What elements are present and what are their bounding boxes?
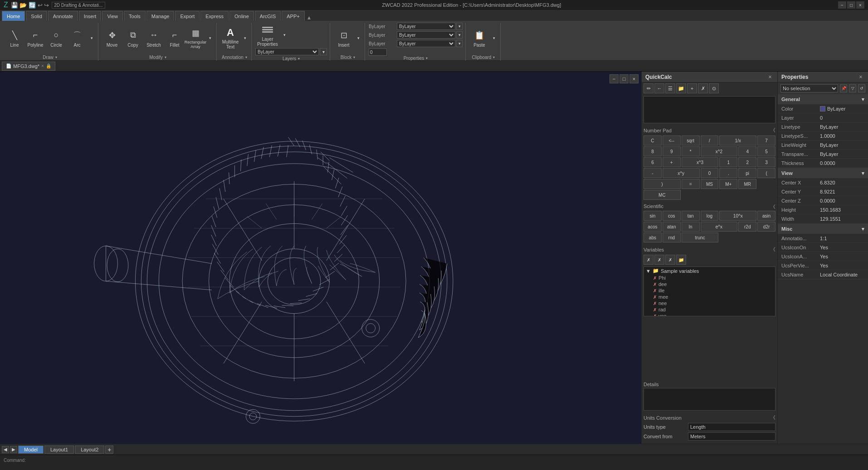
paste-button[interactable]: 📋 Paste (469, 26, 489, 50)
np-dot[interactable]: . (719, 168, 737, 178)
canvas-close-button[interactable]: × (629, 74, 639, 83)
command-input[interactable] (4, 463, 864, 468)
var-new-button[interactable]: ✗ (644, 255, 653, 265)
tab-next-button[interactable]: ▶ (10, 446, 17, 453)
tab-prev-button[interactable]: ◀ (2, 446, 9, 453)
var-item-dee[interactable]: ✗ dee (644, 281, 775, 287)
sci-trunc[interactable]: trunc (682, 233, 719, 242)
scientific-collapse-icon[interactable]: 《 (770, 204, 775, 210)
sci-atan[interactable]: atan (663, 222, 681, 232)
sci-10px[interactable]: 10^x (719, 211, 756, 221)
np-multiply[interactable]: * (682, 146, 700, 156)
drawing-area[interactable]: .gear-line { stroke: #ccddee; stroke-wid… (0, 72, 641, 444)
move-button[interactable]: ✥ Move (102, 26, 122, 50)
sci-tan[interactable]: tan (682, 211, 700, 221)
line-button[interactable]: ╲ Line (5, 26, 24, 50)
np-mr[interactable]: MR (738, 179, 756, 189)
var-item-rad[interactable]: ✗ rad (644, 306, 775, 313)
layout2-tab[interactable]: Layout2 (75, 446, 104, 454)
clipboard-more-btn[interactable]: ▾ (490, 26, 497, 50)
color-btn[interactable]: ▾ (456, 23, 463, 30)
np-clear[interactable]: C (644, 136, 662, 145)
variables-tree[interactable]: ▼ 📁 Sample variables ✗ Phi ✗ dee ✗ ille (644, 266, 775, 316)
close-button[interactable]: × (856, 1, 864, 9)
layer-settings-btn[interactable]: ▾ (320, 48, 327, 55)
tab-solid[interactable]: Solid (26, 11, 47, 21)
stretch-button[interactable]: ↔ Stretch (144, 26, 164, 50)
np-0[interactable]: 0 (701, 168, 719, 178)
sci-asin[interactable]: asin (757, 211, 775, 221)
arc-button[interactable]: ⌒ Arc (67, 26, 87, 50)
linetype-btn[interactable]: ▾ (456, 31, 463, 39)
np-ms[interactable]: MS (701, 179, 719, 189)
sci-d2r[interactable]: d2r (757, 222, 775, 232)
tab-annotate[interactable]: Annotate (48, 11, 78, 21)
add-tab-button[interactable]: + (105, 446, 113, 454)
np-mplus[interactable]: M+ (719, 179, 737, 189)
np-xpowy[interactable]: x^y (663, 168, 700, 178)
np-3[interactable]: 3 (757, 157, 775, 167)
multiline-text-button[interactable]: A Multiline Text (220, 26, 240, 50)
var-item-vee[interactable]: ✗ vee (644, 313, 775, 316)
draw-more-btn[interactable]: ▾ (88, 26, 95, 50)
np-9[interactable]: 9 (663, 146, 681, 156)
array-button[interactable]: ▦ Rectangular Array (185, 26, 205, 50)
collapse-ribbon-icon[interactable]: ▴ (307, 14, 311, 21)
tab-insert[interactable]: Insert (79, 11, 102, 21)
annotation-more-btn[interactable]: ▾ (241, 26, 249, 50)
circle-button[interactable]: ○ Circle (46, 26, 66, 50)
var-edit-button[interactable]: ✗ (654, 255, 664, 265)
np-reciprocal[interactable]: 1/x (719, 136, 756, 145)
layer-dropdown[interactable]: ByLayer (255, 48, 319, 55)
qc-folder-button[interactable]: 📁 (676, 83, 686, 93)
qc-back-button[interactable]: ← (654, 83, 664, 93)
sci-abs[interactable]: abs (644, 233, 662, 242)
tab-view[interactable]: View (102, 11, 123, 21)
np-minus[interactable]: - (644, 168, 662, 178)
layout1-tab[interactable]: Layout1 (44, 446, 74, 454)
sci-acos[interactable]: acos (644, 222, 662, 232)
props-section-general-header[interactable]: General ▾ (778, 94, 868, 104)
qc-edit-button[interactable]: ✏ (644, 83, 653, 93)
props-section-misc-header[interactable]: Misc ▾ (778, 224, 868, 234)
tab-export[interactable]: Export (175, 11, 200, 21)
np-1[interactable]: 1 (719, 157, 737, 167)
object-selector-dropdown[interactable]: No selection (780, 84, 838, 92)
qc-history-button[interactable]: ☰ (665, 83, 675, 93)
qc-clear-button[interactable]: ✗ (698, 83, 708, 93)
np-mc[interactable]: MC (644, 190, 681, 200)
props-section-view-header[interactable]: View ▾ (778, 168, 868, 178)
np-sqrt[interactable]: sqrt (682, 136, 700, 145)
tab-home[interactable]: Home (2, 11, 25, 21)
canvas-maximize-button[interactable]: □ (619, 74, 629, 83)
units-collapse-icon[interactable]: 《 (770, 414, 775, 421)
maximize-button[interactable]: □ (847, 1, 855, 9)
polyline-button[interactable]: ⌐ Polyline (25, 26, 45, 50)
props-filter-button[interactable]: ▽ (849, 84, 856, 92)
tab-app[interactable]: APP+ (282, 11, 304, 21)
layer-properties-button[interactable]: Layer Properties (255, 23, 280, 47)
np-2[interactable]: 2 (738, 157, 756, 167)
quickcalc-close-button[interactable]: × (766, 73, 774, 81)
np-8[interactable]: 8 (644, 146, 662, 156)
sci-epx[interactable]: e^x (701, 222, 738, 232)
tab-online[interactable]: Online (229, 11, 254, 21)
tab-manage[interactable]: Manage (146, 11, 175, 21)
var-folder-sample[interactable]: ▼ 📁 Sample variables (644, 267, 775, 275)
quickcalc-display[interactable] (644, 96, 775, 123)
np-4[interactable]: 4 (738, 146, 756, 156)
tab-tools[interactable]: Tools (124, 11, 146, 21)
workspace-dropdown[interactable]: 2D Drafting & Annotati... (52, 2, 105, 9)
insert-button[interactable]: ⊡ Insert (334, 26, 354, 50)
file-tab-mfg3[interactable]: 📄 MFG3.dwg* × 🔒 (2, 62, 55, 71)
var-delete-button[interactable]: ✗ (665, 255, 675, 265)
np-close-paren[interactable]: ) (644, 179, 681, 189)
linetype-dropdown[interactable]: ByLayer (397, 31, 455, 39)
block-more-btn[interactable]: ▾ (355, 26, 362, 50)
lineweight-value-input[interactable] (369, 48, 387, 56)
np-6[interactable]: 6 (644, 157, 662, 167)
sci-ln[interactable]: ln (682, 222, 700, 232)
sci-log[interactable]: log (701, 211, 719, 221)
np-divide[interactable]: / (701, 136, 719, 145)
sci-r2d[interactable]: r2d (738, 222, 756, 232)
